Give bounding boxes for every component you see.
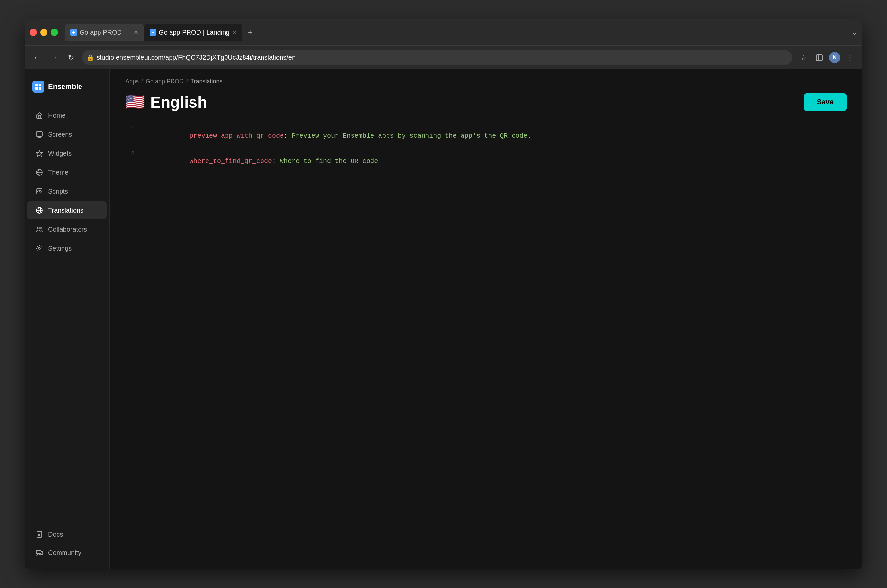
main-area: Ensemble Home — [24, 69, 863, 569]
minimize-button[interactable] — [40, 29, 47, 36]
sidebar-item-translations-label: Translations — [48, 207, 83, 214]
sidebar-item-docs-label: Docs — [48, 531, 63, 538]
tab-1-favicon — [71, 29, 77, 36]
tab-2[interactable]: Go app PROD | Landing ✕ — [144, 24, 242, 41]
line-number-2: 2 — [125, 150, 135, 157]
svg-rect-2 — [816, 55, 822, 60]
sidebar-item-scripts[interactable]: Scripts — [27, 183, 107, 200]
address-input[interactable] — [82, 50, 792, 65]
maximize-button[interactable] — [51, 29, 58, 36]
breadcrumb-sep-2: / — [186, 78, 188, 85]
settings-icon — [35, 244, 44, 252]
tab-expand-icon[interactable]: ⌄ — [852, 28, 857, 36]
content-header: Apps / Go app PROD / Translations 🇺🇸 Eng… — [110, 69, 863, 118]
svg-rect-7 — [39, 87, 41, 90]
svg-rect-8 — [36, 132, 42, 136]
home-icon — [35, 111, 44, 120]
reload-button[interactable]: ↻ — [65, 52, 77, 63]
tab-2-close[interactable]: ✕ — [232, 29, 237, 36]
sidebar-item-scripts-label: Scripts — [48, 188, 68, 195]
code-value-1: Preview your Ensemble apps by scanning t… — [288, 132, 531, 140]
text-cursor — [378, 157, 382, 165]
sidebar-toggle-icon[interactable] — [813, 52, 825, 63]
line-content-1: preview_app_with_qr_code: Preview your E… — [142, 124, 531, 147]
breadcrumb-apps[interactable]: Apps — [125, 78, 139, 85]
menu-icon[interactable]: ⋮ — [844, 52, 856, 63]
sidebar-item-collaborators[interactable]: Collaborators — [27, 220, 107, 238]
sidebar: Ensemble Home — [24, 69, 110, 569]
collaborators-icon — [35, 225, 44, 234]
address-bar: ← → ↻ 🔒 ☆ N ⋮ — [24, 45, 863, 69]
code-colon-1: : — [284, 132, 288, 140]
star-icon[interactable]: ☆ — [798, 52, 809, 63]
tab-2-label: Go app PROD | Landing — [159, 29, 229, 36]
sidebar-item-translations[interactable]: Translations — [27, 201, 107, 219]
page-title: 🇺🇸 English — [125, 93, 207, 111]
docs-icon — [35, 530, 44, 538]
code-key-2: where_to_find_qr_code — [189, 157, 272, 165]
sidebar-item-community[interactable]: Community — [27, 544, 107, 561]
sidebar-item-docs[interactable]: Docs — [27, 525, 107, 543]
flag-emoji: 🇺🇸 — [125, 93, 145, 111]
line-content-2: where_to_find_qr_code: Where to find the… — [142, 150, 382, 172]
breadcrumb-current: Translations — [191, 78, 222, 85]
code-line-1: 1 preview_app_with_qr_code: Preview your… — [125, 123, 847, 148]
breadcrumb: Apps / Go app PROD / Translations — [125, 78, 847, 85]
sidebar-item-screens[interactable]: Screens — [27, 126, 107, 143]
sidebar-bottom: Docs Community — [24, 520, 109, 562]
svg-point-14 — [40, 227, 42, 229]
new-tab-button[interactable]: + — [243, 25, 257, 40]
svg-rect-6 — [35, 87, 38, 90]
tab-1-close[interactable]: ✕ — [134, 29, 138, 36]
code-editor[interactable]: 1 preview_app_with_qr_code: Preview your… — [125, 118, 847, 569]
titlebar: Go app PROD ✕ Go app PROD | Landing ✕ + … — [24, 19, 863, 45]
svg-point-13 — [37, 227, 39, 229]
traffic-lights — [30, 29, 58, 36]
sidebar-item-widgets-label: Widgets — [48, 150, 72, 157]
scripts-icon — [35, 187, 44, 196]
forward-button[interactable]: → — [48, 52, 60, 63]
breadcrumb-sep-1: / — [141, 78, 143, 85]
theme-icon — [35, 168, 44, 177]
lock-icon: 🔒 — [87, 54, 94, 61]
code-colon-2: : — [272, 157, 276, 165]
sidebar-item-theme-label: Theme — [48, 169, 68, 176]
ensemble-logo-icon — [32, 81, 44, 93]
screens-icon — [35, 130, 44, 139]
sidebar-logo: Ensemble — [24, 75, 109, 100]
code-line-2: 2 where_to_find_qr_code: Where to find t… — [125, 148, 847, 174]
close-button[interactable] — [30, 29, 37, 36]
svg-rect-17 — [36, 550, 41, 554]
content-area: Apps / Go app PROD / Translations 🇺🇸 Eng… — [110, 69, 863, 569]
back-button[interactable]: ← — [31, 52, 43, 63]
community-icon — [35, 548, 44, 557]
breadcrumb-app-name[interactable]: Go app PROD — [146, 78, 183, 85]
sidebar-item-community-label: Community — [48, 549, 81, 556]
save-button[interactable]: Save — [804, 93, 847, 111]
tab-2-favicon — [150, 29, 156, 36]
svg-rect-4 — [35, 84, 38, 86]
toolbar-icons: ☆ N ⋮ — [798, 52, 856, 63]
browser-window: Go app PROD ✕ Go app PROD | Landing ✕ + … — [24, 19, 863, 569]
tab-bar: Go app PROD ✕ Go app PROD | Landing ✕ + … — [65, 24, 857, 41]
profile-badge[interactable]: N — [829, 52, 840, 63]
sidebar-item-home-label: Home — [48, 112, 65, 119]
translations-icon — [35, 206, 44, 214]
sidebar-item-collaborators-label: Collaborators — [48, 226, 87, 233]
sidebar-divider-top — [30, 103, 104, 104]
page-title-row: 🇺🇸 English Save — [125, 93, 847, 111]
sidebar-item-widgets[interactable]: Widgets — [27, 144, 107, 162]
code-value-2: Where to find the QR code — [276, 157, 378, 165]
svg-point-15 — [38, 247, 40, 249]
sidebar-item-settings-label: Settings — [48, 244, 72, 252]
page-title-text: English — [150, 93, 207, 111]
code-key-1: preview_app_with_qr_code — [189, 132, 284, 140]
sidebar-item-settings[interactable]: Settings — [27, 239, 107, 257]
address-wrapper: 🔒 — [82, 50, 792, 65]
sidebar-item-home[interactable]: Home — [27, 106, 107, 124]
tab-1-label: Go app PROD — [80, 29, 122, 36]
svg-rect-5 — [39, 84, 41, 86]
sidebar-item-screens-label: Screens — [48, 131, 72, 138]
sidebar-item-theme[interactable]: Theme — [27, 164, 107, 181]
tab-1[interactable]: Go app PROD ✕ — [65, 24, 144, 41]
